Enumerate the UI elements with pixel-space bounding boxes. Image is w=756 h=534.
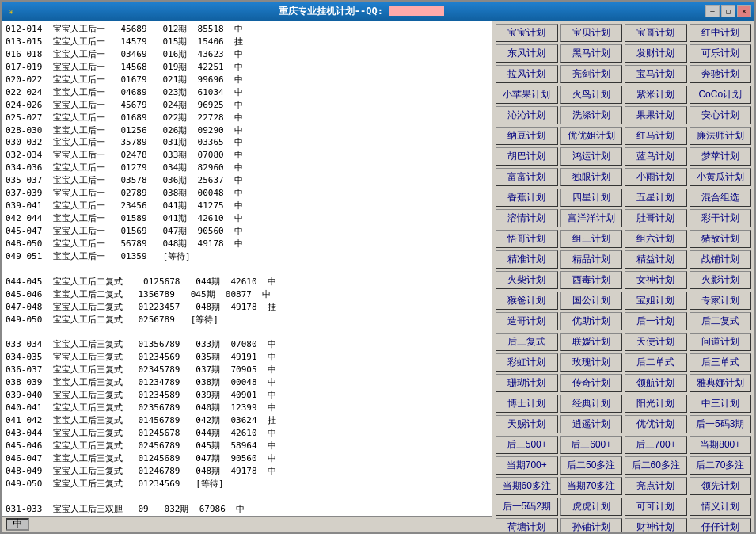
plan-button[interactable]: 当期60多注 [496,477,558,495]
plan-button[interactable]: 中三计划 [690,395,752,413]
plan-button[interactable]: 纳豆计划 [496,127,558,145]
plan-button[interactable]: 红马计划 [625,127,687,145]
plan-button[interactable]: 博士计划 [496,395,558,413]
plan-button[interactable]: 富富计划 [496,168,558,186]
plan-button[interactable]: 廉法师计划 [690,127,752,145]
qq-input[interactable] [389,6,444,16]
plan-button[interactable]: 红中计划 [690,24,752,42]
plan-button[interactable]: 逍遥计划 [560,415,623,433]
plan-button[interactable]: 女神计划 [625,271,687,289]
plan-button[interactable]: 鸿运计划 [560,147,623,166]
plan-button[interactable]: 后三600+ [560,436,623,454]
plan-button[interactable]: 当期70多注 [560,477,623,495]
plan-button[interactable]: 精品计划 [560,250,623,269]
plan-button[interactable]: 蓝鸟计划 [625,147,687,166]
plan-button[interactable]: 拉风计划 [496,65,558,83]
plan-button[interactable]: 宝宝计划 [496,24,558,42]
plan-button[interactable]: 后一计划 [625,312,687,330]
plan-button[interactable]: 后三700+ [625,436,687,454]
plan-button[interactable]: 小黄瓜计划 [690,168,752,186]
plan-button[interactable]: 玫瑰计划 [560,353,623,372]
plan-button[interactable]: 安心计划 [690,106,752,124]
plan-button[interactable]: 天使计划 [625,333,687,351]
plan-button[interactable]: 宝哥计划 [625,24,687,42]
plan-button[interactable]: 洗涤计划 [560,106,623,124]
plan-button[interactable]: 东风计划 [496,44,558,63]
close-button[interactable]: ✕ [737,5,751,17]
plan-button[interactable]: 后二复式 [690,312,752,330]
plan-button[interactable]: 精准计划 [496,250,558,269]
plan-button[interactable]: 果果计划 [625,106,687,124]
plan-button[interactable]: 亮点计划 [625,477,687,495]
plan-button[interactable]: 雅典娜计划 [690,374,752,392]
plan-button[interactable]: 战铺计划 [690,250,752,269]
plan-button[interactable]: 宝马计划 [625,65,687,83]
plan-button[interactable]: 发财计划 [625,44,687,63]
plan-button[interactable]: 火影计划 [690,271,752,289]
plan-button[interactable]: 优优计划 [625,415,687,433]
plan-button[interactable]: 可乐计划 [690,44,752,63]
plan-button[interactable]: 肚哥计划 [625,209,687,227]
plan-button[interactable]: 领航计划 [625,374,687,392]
plan-button[interactable]: 后三单式 [690,353,752,372]
plan-button[interactable]: 彩干计划 [690,209,752,227]
plan-button[interactable]: 孙铀计划 [560,518,623,532]
plan-button[interactable]: 虎虎计划 [560,498,623,516]
plan-button[interactable]: 宝姐计划 [625,292,687,310]
plan-button[interactable]: 四星计划 [560,189,623,207]
plan-button[interactable]: 后二单式 [625,353,687,372]
plan-button[interactable]: 香蕉计划 [496,189,558,207]
plan-button[interactable]: 造哥计划 [496,312,558,330]
plan-button[interactable]: 优助计划 [560,312,623,330]
plan-button[interactable]: 专家计划 [690,292,752,310]
plan-button[interactable]: 情义计划 [690,498,752,516]
minimize-button[interactable]: — [705,5,720,17]
plan-button[interactable]: 悟哥计划 [496,230,558,248]
plan-button[interactable]: 猴爸计划 [496,292,558,310]
plan-button[interactable]: 后二70多注 [690,456,752,475]
plan-button[interactable]: 胡巴计划 [496,147,558,166]
data-scroll-area[interactable]: 012-014 宝宝人工后一 45689 012期 85518 中 013-01… [2,21,492,516]
plan-button[interactable]: 国公计划 [560,292,623,310]
plan-button[interactable]: 阳光计划 [625,395,687,413]
plan-button[interactable]: 后二60多注 [625,456,687,475]
plan-button[interactable]: 小雨计划 [625,168,687,186]
plan-button[interactable]: 当期700+ [496,456,558,475]
plan-button[interactable]: 后三复式 [496,333,558,351]
plan-button[interactable]: 沁沁计划 [496,106,558,124]
plan-button[interactable]: 领先计划 [690,477,752,495]
plan-button[interactable]: 独眼计划 [560,168,623,186]
plan-button[interactable]: 当期800+ [690,436,752,454]
plan-button[interactable]: 梦苹计划 [690,147,752,166]
plan-button[interactable]: 富洋洋计划 [560,209,623,227]
plan-button[interactable]: 小苹果计划 [496,86,558,104]
plan-button[interactable]: 彩虹计划 [496,353,558,372]
plan-button[interactable]: 紫米计划 [625,86,687,104]
plan-button[interactable]: 天赐计划 [496,415,558,433]
plan-button[interactable]: CoCo计划 [690,86,752,104]
plan-button[interactable]: 五星计划 [625,189,687,207]
plan-button[interactable]: 组三计划 [560,230,623,248]
plan-button[interactable]: 猪敌计划 [690,230,752,248]
plan-button[interactable]: 后一5码2期 [496,498,558,516]
plan-button[interactable]: 宝贝计划 [560,24,623,42]
plan-button[interactable]: 财神计划 [625,518,687,532]
plan-button[interactable]: 组六计划 [625,230,687,248]
plan-button[interactable]: 精益计划 [625,250,687,269]
plan-button[interactable]: 火鸟计划 [560,86,623,104]
plan-button[interactable]: 可可计划 [625,498,687,516]
plan-button[interactable]: 后一5码3期 [690,415,752,433]
plan-button[interactable]: 奔驰计划 [690,65,752,83]
plan-button[interactable]: 黑马计划 [560,44,623,63]
plan-button[interactable]: 溶情计划 [496,209,558,227]
plan-button[interactable]: 亮剑计划 [560,65,623,83]
plan-button[interactable]: 西毒计划 [560,271,623,289]
plan-button[interactable]: 传奇计划 [560,374,623,392]
plan-button[interactable]: 后三500+ [496,436,558,454]
plan-button[interactable]: 经典计划 [560,395,623,413]
plan-button[interactable]: 珊瑚计划 [496,374,558,392]
plan-button[interactable]: 荷塘计划 [496,518,558,532]
plan-button[interactable]: 仔仔计划 [690,518,752,532]
plan-button[interactable]: 优优姐计划 [560,127,623,145]
plan-button[interactable]: 联媛计划 [560,333,623,351]
